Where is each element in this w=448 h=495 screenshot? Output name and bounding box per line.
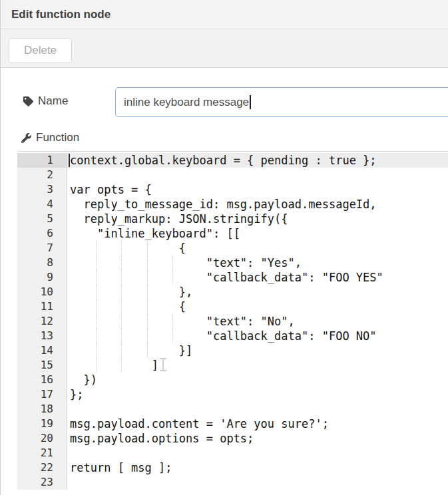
code-line[interactable]	[67, 168, 448, 182]
code-line[interactable]: ]	[67, 358, 448, 373]
indent-guide	[147, 314, 148, 329]
indent-guide	[147, 299, 148, 314]
indent-guide	[96, 285, 97, 299]
dialog-title: Edit function node	[11, 8, 111, 21]
code-line[interactable]: "text": "No",	[67, 314, 448, 329]
gutter-line-number: 4	[17, 197, 67, 212]
indent-guide	[96, 299, 97, 314]
code-line[interactable]: context.global.keyboard = { pending : tr…	[67, 153, 448, 168]
indent-guide	[96, 241, 97, 255]
editor-row: 13 "callback_data": "FOO NO"	[17, 329, 448, 343]
function-code-editor[interactable]: 1context.global.keyboard = { pending : t…	[17, 151, 448, 495]
gutter-line-number: 14	[17, 343, 67, 358]
code-line[interactable]: reply_markup: JSON.stringify({	[67, 212, 448, 226]
code-line[interactable]: reply_to_message_id: msg.payload.message…	[67, 197, 448, 212]
gutter-line-number: 2	[17, 168, 67, 182]
gutter-line-number: 12	[17, 314, 67, 329]
gutter-line-number: 19	[17, 416, 67, 431]
indent-guide	[172, 270, 173, 285]
gutter-line-number: 16	[17, 373, 67, 387]
name-label-text: Name	[38, 94, 68, 108]
code-line[interactable]	[67, 446, 448, 460]
tag-icon	[23, 96, 33, 106]
editor-row: 8 "text": "Yes",	[17, 255, 448, 270]
indent-guide	[96, 343, 97, 358]
code-line[interactable]: msg.payload.content = 'Are you sure?';	[67, 416, 448, 431]
indent-guide	[172, 314, 173, 329]
code-line[interactable]: },	[67, 285, 448, 299]
editor-row: 9 "callback_data": "FOO YES"	[17, 270, 448, 285]
editor-row: 5 reply_markup: JSON.stringify({	[17, 212, 448, 226]
indent-guide	[172, 329, 173, 343]
code-line[interactable]	[67, 402, 448, 416]
indent-guide	[121, 299, 122, 314]
gutter-line-number: 5	[17, 212, 67, 226]
editor-row: 15 ]	[17, 358, 448, 373]
code-line[interactable]: "inline_keyboard": [[	[67, 226, 448, 241]
editor-caret	[69, 154, 70, 167]
editor-row: 22return [ msg ];	[17, 460, 448, 475]
indent-guide	[121, 241, 122, 255]
editor-row: 2	[17, 168, 448, 182]
name-input-value: inline keyboard message	[124, 96, 249, 109]
indent-guide	[147, 270, 148, 285]
code-line[interactable]: };	[67, 387, 448, 402]
indent-guide	[121, 270, 122, 285]
gutter-line-number: 7	[17, 241, 67, 255]
gutter-line-number: 8	[17, 255, 67, 270]
code-line[interactable]: "callback_data": "FOO YES"	[67, 270, 448, 285]
gutter-line-number: 9	[17, 270, 67, 285]
indent-guide	[147, 241, 148, 255]
editor-row: 12 "text": "No",	[17, 314, 448, 329]
editor-row: 20msg.payload.options = opts;	[17, 431, 448, 446]
indent-guide	[121, 255, 122, 270]
editor-row: 23	[17, 475, 448, 490]
code-line[interactable]: "text": "Yes",	[67, 255, 448, 270]
delete-button[interactable]: Delete	[9, 38, 72, 63]
editor-row: 6 "inline_keyboard": [[	[17, 226, 448, 241]
gutter-line-number: 18	[17, 402, 67, 416]
gutter-line-number: 1	[17, 153, 67, 168]
code-line[interactable]: "callback_data": "FOO NO"	[67, 329, 448, 343]
editor-row: 7 {	[17, 241, 448, 255]
name-input[interactable]: inline keyboard message	[115, 87, 448, 117]
gutter-line-number: 3	[17, 182, 67, 197]
gutter-line-number: 21	[17, 446, 67, 460]
editor-row: 17};	[17, 387, 448, 402]
indent-guide	[96, 329, 97, 343]
code-line[interactable]: })	[67, 373, 448, 387]
text-ibeam-cursor	[162, 359, 164, 370]
indent-guide	[96, 314, 97, 329]
gutter-line-number: 15	[17, 358, 67, 373]
code-line[interactable]: {	[67, 241, 448, 255]
editor-row: 18	[17, 402, 448, 416]
code-line[interactable]: }]	[67, 343, 448, 358]
editor-row: 14 }]	[17, 343, 448, 358]
indent-guide	[121, 329, 122, 343]
gutter-line-number: 11	[17, 299, 67, 314]
editor-row: 10 },	[17, 285, 448, 299]
editor-lines: 1context.global.keyboard = { pending : t…	[17, 153, 448, 490]
gutter-line-number: 20	[17, 431, 67, 446]
indent-guide	[121, 314, 122, 329]
code-line[interactable]: return [ msg ];	[67, 460, 448, 475]
code-line[interactable]	[67, 475, 448, 490]
wrench-icon	[21, 133, 31, 143]
indent-guide	[96, 255, 97, 270]
code-line[interactable]: var opts = {	[67, 182, 448, 197]
editor-row: 4 reply_to_message_id: msg.payload.messa…	[17, 197, 448, 212]
gutter-line-number: 13	[17, 329, 67, 343]
editor-row: 19msg.payload.content = 'Are you sure?';	[17, 416, 448, 431]
name-input-caret	[250, 95, 251, 109]
indent-guide	[147, 329, 148, 343]
gutter-line-number: 22	[17, 460, 67, 475]
name-field-label: Name	[23, 94, 68, 108]
indent-guide	[147, 285, 148, 299]
dialog-header: Edit function node	[1, 0, 448, 29]
code-line[interactable]: {	[67, 299, 448, 314]
editor-row: 16 })	[17, 373, 448, 387]
indent-guide	[172, 255, 173, 270]
code-line[interactable]: msg.payload.options = opts;	[67, 431, 448, 446]
gutter-line-number: 10	[17, 285, 67, 299]
editor-row: 3var opts = {	[17, 182, 448, 197]
